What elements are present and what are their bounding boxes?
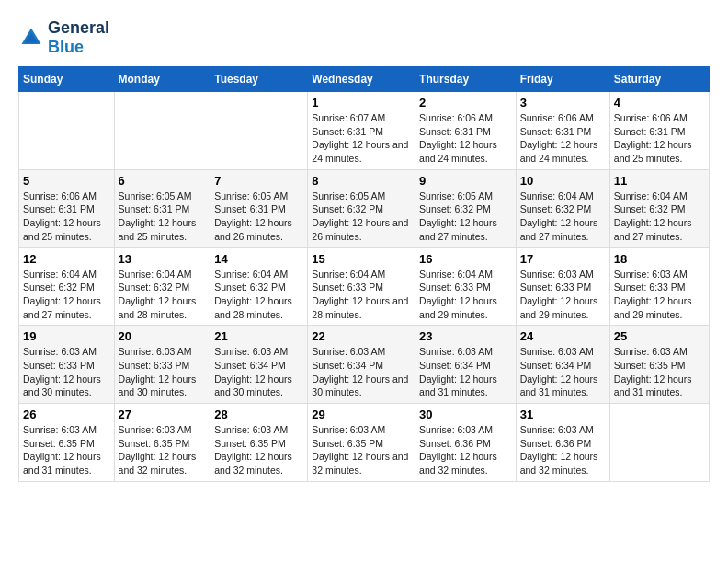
calendar-cell <box>210 92 308 170</box>
calendar-cell: 21Sunrise: 6:03 AMSunset: 6:34 PMDayligh… <box>210 326 308 404</box>
calendar-cell: 22Sunrise: 6:03 AMSunset: 6:34 PMDayligh… <box>308 326 415 404</box>
day-number: 14 <box>214 252 303 266</box>
day-number: 3 <box>520 96 606 109</box>
day-number: 29 <box>312 408 411 421</box>
day-info: Sunrise: 6:03 AMSunset: 6:33 PMDaylight:… <box>23 345 110 399</box>
day-header-tuesday: Tuesday <box>210 67 308 92</box>
calendar-cell: 12Sunrise: 6:04 AMSunset: 6:32 PMDayligh… <box>19 247 115 326</box>
day-info: Sunrise: 6:03 AMSunset: 6:33 PMDaylight:… <box>614 268 705 322</box>
day-number: 7 <box>214 174 303 188</box>
day-info: Sunrise: 6:04 AMSunset: 6:32 PMDaylight:… <box>520 190 606 244</box>
calendar-cell: 29Sunrise: 6:03 AMSunset: 6:35 PMDayligh… <box>308 404 415 482</box>
day-info: Sunrise: 6:06 AMSunset: 6:31 PMDaylight:… <box>419 111 512 166</box>
day-info: Sunrise: 6:06 AMSunset: 6:31 PMDaylight:… <box>520 111 606 166</box>
calendar-cell: 11Sunrise: 6:04 AMSunset: 6:32 PMDayligh… <box>609 169 709 247</box>
day-number: 23 <box>419 329 512 343</box>
day-info: Sunrise: 6:04 AMSunset: 6:32 PMDaylight:… <box>119 268 207 322</box>
day-info: Sunrise: 6:03 AMSunset: 6:34 PMDaylight:… <box>419 345 512 399</box>
calendar-cell: 3Sunrise: 6:06 AMSunset: 6:31 PMDaylight… <box>516 92 609 170</box>
calendar-cell: 8Sunrise: 6:05 AMSunset: 6:32 PMDaylight… <box>308 169 415 247</box>
day-number: 11 <box>614 174 705 188</box>
day-info: Sunrise: 6:07 AMSunset: 6:31 PMDaylight:… <box>312 111 411 166</box>
day-number: 6 <box>119 174 207 188</box>
day-number: 25 <box>614 329 705 343</box>
calendar-cell: 15Sunrise: 6:04 AMSunset: 6:33 PMDayligh… <box>308 247 415 326</box>
day-info: Sunrise: 6:05 AMSunset: 6:32 PMDaylight:… <box>312 190 411 244</box>
day-info: Sunrise: 6:03 AMSunset: 6:36 PMDaylight:… <box>419 423 512 477</box>
day-number: 9 <box>419 174 512 188</box>
calendar-cell: 19Sunrise: 6:03 AMSunset: 6:33 PMDayligh… <box>19 326 115 404</box>
day-info: Sunrise: 6:05 AMSunset: 6:32 PMDaylight:… <box>419 190 512 244</box>
day-number: 22 <box>312 329 411 343</box>
logo-icon <box>18 25 44 51</box>
calendar-cell: 13Sunrise: 6:04 AMSunset: 6:32 PMDayligh… <box>114 247 210 326</box>
day-info: Sunrise: 6:05 AMSunset: 6:31 PMDaylight:… <box>214 190 303 244</box>
day-number: 19 <box>23 329 110 343</box>
day-number: 20 <box>119 329 207 343</box>
calendar-cell: 17Sunrise: 6:03 AMSunset: 6:33 PMDayligh… <box>516 247 609 326</box>
day-number: 8 <box>312 174 411 188</box>
day-info: Sunrise: 6:06 AMSunset: 6:31 PMDaylight:… <box>614 111 705 166</box>
calendar-cell: 20Sunrise: 6:03 AMSunset: 6:33 PMDayligh… <box>114 326 210 404</box>
day-info: Sunrise: 6:03 AMSunset: 6:36 PMDaylight:… <box>520 423 606 477</box>
calendar-cell: 26Sunrise: 6:03 AMSunset: 6:35 PMDayligh… <box>19 404 115 482</box>
day-number: 18 <box>614 252 705 266</box>
day-info: Sunrise: 6:03 AMSunset: 6:33 PMDaylight:… <box>119 345 207 399</box>
logo-text: General Blue <box>48 18 109 57</box>
page-header: General Blue <box>18 18 710 57</box>
day-number: 10 <box>520 174 606 188</box>
calendar-cell: 18Sunrise: 6:03 AMSunset: 6:33 PMDayligh… <box>609 247 709 326</box>
calendar-cell: 2Sunrise: 6:06 AMSunset: 6:31 PMDaylight… <box>415 92 517 170</box>
calendar-cell: 7Sunrise: 6:05 AMSunset: 6:31 PMDaylight… <box>210 169 308 247</box>
day-info: Sunrise: 6:03 AMSunset: 6:35 PMDaylight:… <box>119 423 207 477</box>
calendar-cell: 16Sunrise: 6:04 AMSunset: 6:33 PMDayligh… <box>415 247 517 326</box>
day-info: Sunrise: 6:03 AMSunset: 6:34 PMDaylight:… <box>214 345 303 399</box>
day-header-thursday: Thursday <box>415 67 517 92</box>
day-info: Sunrise: 6:03 AMSunset: 6:34 PMDaylight:… <box>312 345 411 399</box>
day-number: 28 <box>214 408 303 421</box>
calendar-cell: 23Sunrise: 6:03 AMSunset: 6:34 PMDayligh… <box>415 326 517 404</box>
day-number: 4 <box>614 96 705 109</box>
day-info: Sunrise: 6:06 AMSunset: 6:31 PMDaylight:… <box>23 190 110 244</box>
logo: General Blue <box>18 18 109 57</box>
calendar-cell <box>114 92 210 170</box>
calendar-cell: 24Sunrise: 6:03 AMSunset: 6:34 PMDayligh… <box>516 326 609 404</box>
calendar-week-row: 1Sunrise: 6:07 AMSunset: 6:31 PMDaylight… <box>19 92 710 170</box>
day-info: Sunrise: 6:04 AMSunset: 6:33 PMDaylight:… <box>312 268 411 322</box>
calendar-cell: 1Sunrise: 6:07 AMSunset: 6:31 PMDaylight… <box>308 92 415 170</box>
day-info: Sunrise: 6:03 AMSunset: 6:35 PMDaylight:… <box>23 423 110 477</box>
day-header-sunday: Sunday <box>19 67 115 92</box>
day-number: 24 <box>520 329 606 343</box>
day-info: Sunrise: 6:04 AMSunset: 6:33 PMDaylight:… <box>419 268 512 322</box>
calendar-week-row: 12Sunrise: 6:04 AMSunset: 6:32 PMDayligh… <box>19 247 710 326</box>
day-number: 2 <box>419 96 512 109</box>
calendar-week-row: 26Sunrise: 6:03 AMSunset: 6:35 PMDayligh… <box>19 404 710 482</box>
day-number: 15 <box>312 252 411 266</box>
calendar-cell: 10Sunrise: 6:04 AMSunset: 6:32 PMDayligh… <box>516 169 609 247</box>
day-number: 12 <box>23 252 110 266</box>
calendar-cell: 14Sunrise: 6:04 AMSunset: 6:32 PMDayligh… <box>210 247 308 326</box>
day-header-saturday: Saturday <box>609 67 709 92</box>
calendar-week-row: 5Sunrise: 6:06 AMSunset: 6:31 PMDaylight… <box>19 169 710 247</box>
calendar-header-row: SundayMondayTuesdayWednesdayThursdayFrid… <box>19 67 710 92</box>
day-info: Sunrise: 6:03 AMSunset: 6:34 PMDaylight:… <box>520 345 606 399</box>
calendar-cell: 27Sunrise: 6:03 AMSunset: 6:35 PMDayligh… <box>114 404 210 482</box>
calendar-cell: 5Sunrise: 6:06 AMSunset: 6:31 PMDaylight… <box>19 169 115 247</box>
day-number: 5 <box>23 174 110 188</box>
day-info: Sunrise: 6:03 AMSunset: 6:33 PMDaylight:… <box>520 268 606 322</box>
calendar-week-row: 19Sunrise: 6:03 AMSunset: 6:33 PMDayligh… <box>19 326 710 404</box>
day-header-friday: Friday <box>516 67 609 92</box>
day-info: Sunrise: 6:04 AMSunset: 6:32 PMDaylight:… <box>614 190 705 244</box>
calendar-cell: 9Sunrise: 6:05 AMSunset: 6:32 PMDaylight… <box>415 169 517 247</box>
calendar-cell: 31Sunrise: 6:03 AMSunset: 6:36 PMDayligh… <box>516 404 609 482</box>
calendar-cell: 30Sunrise: 6:03 AMSunset: 6:36 PMDayligh… <box>415 404 517 482</box>
day-number: 21 <box>214 329 303 343</box>
day-number: 30 <box>419 408 512 421</box>
calendar-cell: 4Sunrise: 6:06 AMSunset: 6:31 PMDaylight… <box>609 92 709 170</box>
day-number: 17 <box>520 252 606 266</box>
calendar-table: SundayMondayTuesdayWednesdayThursdayFrid… <box>18 66 710 482</box>
day-number: 13 <box>119 252 207 266</box>
day-number: 16 <box>419 252 512 266</box>
day-number: 26 <box>23 408 110 421</box>
day-info: Sunrise: 6:03 AMSunset: 6:35 PMDaylight:… <box>214 423 303 477</box>
